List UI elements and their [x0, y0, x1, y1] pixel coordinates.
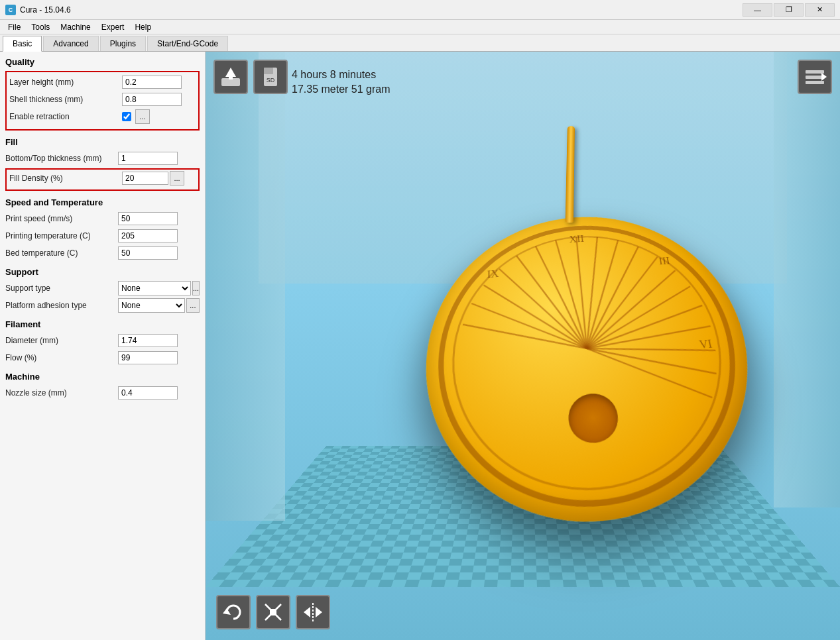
- svg-rect-40: [270, 609, 276, 615]
- scale-button[interactable]: [256, 595, 290, 629]
- retraction-more-button[interactable]: ...: [135, 109, 150, 124]
- svg-rect-27: [229, 74, 233, 80]
- layer-height-input[interactable]: [122, 76, 182, 89]
- svg-line-37: [276, 604, 281, 610]
- svg-line-17: [471, 295, 587, 358]
- tab-basic[interactable]: Basic: [3, 36, 42, 52]
- enable-retraction-checkbox[interactable]: [122, 112, 131, 121]
- close-button[interactable]: ✕: [805, 3, 835, 17]
- svg-text:SD: SD: [267, 77, 275, 83]
- print-temp-label: Printing temperature (C): [5, 231, 118, 240]
- scale-icon: [261, 600, 285, 624]
- fill-density-group: Fill Density (%) ...: [5, 168, 200, 191]
- top-toolbar: SD: [213, 60, 288, 94]
- title-bar-buttons: — ❐ ✕: [743, 3, 835, 17]
- print-material: 17.35 meter 51 gram: [292, 82, 390, 97]
- mirror-button[interactable]: [296, 595, 330, 629]
- menu-bar: File Tools Machine Expert Help: [0, 20, 840, 34]
- app-icon: C: [5, 5, 16, 15]
- svg-line-39: [276, 615, 281, 620]
- platform-adhesion-row: Platform adhesion type None Brim Raft ..…: [5, 298, 200, 313]
- platform-adhesion-more-button[interactable]: ...: [186, 298, 200, 313]
- rotate-button[interactable]: [216, 595, 251, 629]
- menu-machine[interactable]: Machine: [55, 21, 95, 33]
- layer-height-label: Layer height (mm): [9, 78, 122, 87]
- save-to-sd-button[interactable]: SD: [253, 60, 288, 94]
- tab-plugins[interactable]: Plugins: [100, 36, 146, 51]
- flow-row: Flow (%): [5, 350, 200, 365]
- svg-text:VI: VI: [698, 337, 713, 351]
- title-bar-left: C Cura - 15.04.6: [5, 5, 71, 15]
- load-model-icon: [219, 65, 243, 89]
- support-type-more-button[interactable]: ...: [192, 281, 200, 295]
- 3d-model-container: XII III VI IX: [428, 189, 746, 507]
- fill-section-title: Fill: [5, 137, 200, 147]
- shell-thickness-row: Shell thickness (mm): [9, 92, 196, 107]
- svg-marker-43: [316, 607, 322, 617]
- menu-help[interactable]: Help: [129, 21, 156, 33]
- svg-marker-35: [223, 608, 231, 615]
- shell-thickness-label: Shell thickness (mm): [9, 95, 122, 104]
- menu-file[interactable]: File: [3, 21, 26, 33]
- layer-view-icon: [803, 65, 827, 89]
- enable-retraction-wrapper: ...: [122, 109, 150, 124]
- svg-text:III: III: [658, 255, 670, 267]
- tab-advanced[interactable]: Advanced: [43, 36, 98, 51]
- menu-expert[interactable]: Expert: [96, 21, 130, 33]
- nozzle-size-label: Nozzle size (mm): [5, 388, 118, 398]
- print-speed-row: Print speed (mm/s): [5, 211, 200, 226]
- print-info: 4 hours 8 minutes 17.35 meter 51 gram: [292, 68, 390, 97]
- bottom-top-row: Bottom/Top thickness (mm): [5, 151, 200, 166]
- bed-temp-label: Bed temperature (C): [5, 248, 118, 258]
- diameter-label: Diameter (mm): [5, 336, 118, 345]
- layer-height-row: Layer height (mm): [9, 75, 196, 89]
- print-time: 4 hours 8 minutes: [292, 68, 390, 82]
- svg-marker-34: [821, 73, 827, 81]
- minimize-button[interactable]: —: [743, 3, 772, 17]
- fill-density-input[interactable]: [122, 172, 168, 185]
- enable-retraction-row: Enable retraction ...: [9, 109, 196, 124]
- print-temp-input[interactable]: [118, 229, 178, 242]
- svg-rect-29: [264, 68, 273, 74]
- platform-adhesion-label: Platform adhesion type: [5, 301, 118, 310]
- svg-marker-42: [304, 607, 310, 617]
- tab-startendgcode[interactable]: Start/End-GCode: [147, 36, 228, 51]
- svg-point-19: [435, 219, 763, 518]
- main-layout: Quality Layer height (mm) Shell thicknes…: [0, 52, 840, 640]
- bottom-top-input[interactable]: [118, 152, 178, 165]
- flow-input[interactable]: [118, 351, 178, 364]
- nozzle-size-input[interactable]: [118, 386, 178, 400]
- shell-thickness-input[interactable]: [122, 93, 182, 106]
- svg-line-36: [265, 604, 270, 610]
- svg-line-15: [499, 263, 586, 356]
- sundial-hour-lines: XII III VI IX: [416, 207, 783, 539]
- fill-density-label: Fill Density (%): [9, 174, 122, 183]
- viewport-wall-right: [774, 52, 840, 507]
- diameter-input[interactable]: [118, 334, 178, 347]
- sd-card-icon: SD: [259, 65, 282, 89]
- print-temp-row: Printing temperature (C): [5, 229, 200, 243]
- maximize-button[interactable]: ❐: [774, 3, 804, 17]
- sundial-base: XII III VI IX: [416, 207, 783, 539]
- fill-density-row: Fill Density (%) ...: [9, 171, 196, 186]
- load-model-button[interactable]: [213, 60, 248, 94]
- fill-density-more-button[interactable]: ...: [170, 171, 184, 186]
- support-section-title: Support: [5, 267, 200, 277]
- machine-section-title: Machine: [5, 372, 200, 382]
- title-bar: C Cura - 15.04.6 — ❐ ✕: [0, 0, 840, 20]
- tab-bar: Basic Advanced Plugins Start/End-GCode: [0, 34, 840, 52]
- menu-tools[interactable]: Tools: [26, 21, 55, 33]
- mirror-icon: [301, 600, 325, 624]
- print-speed-input[interactable]: [118, 212, 178, 225]
- svg-line-7: [583, 305, 709, 348]
- svg-text:XII: XII: [568, 233, 584, 244]
- platform-adhesion-select[interactable]: None Brim Raft: [118, 298, 185, 313]
- support-type-select[interactable]: None Touching buildplate Everywhere: [118, 281, 191, 295]
- 3d-viewport: XII III VI IX: [206, 52, 840, 640]
- layer-view-button[interactable]: [798, 60, 832, 94]
- flow-label: Flow (%): [5, 353, 118, 362]
- nozzle-size-row: Nozzle size (mm): [5, 386, 200, 400]
- filament-section-title: Filament: [5, 319, 200, 329]
- speed-temp-section-title: Speed and Temperature: [5, 197, 200, 207]
- bed-temp-input[interactable]: [118, 246, 178, 260]
